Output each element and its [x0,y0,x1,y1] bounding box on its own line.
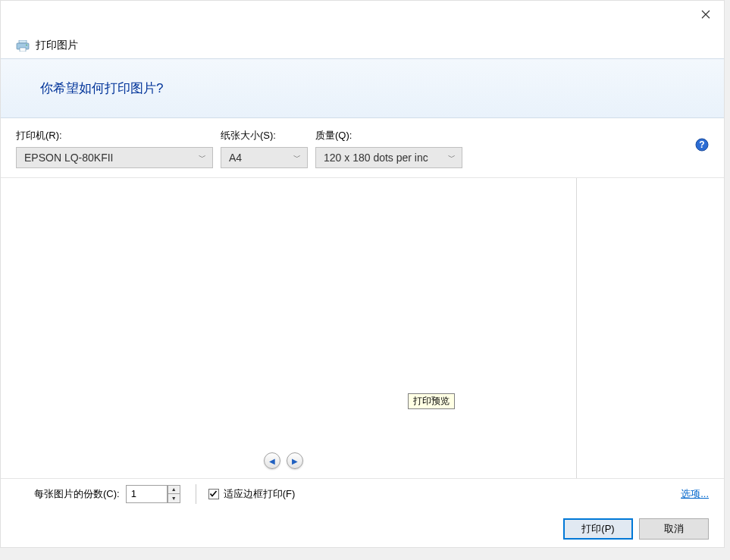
header-question: 你希望如何打印图片? [40,80,724,97]
preview-main: 打印预览 ◀ ▶ [1,178,576,478]
copies-input[interactable] [126,485,168,503]
next-button[interactable]: ▶ [287,452,303,469]
cancel-button[interactable]: 取消 [639,518,709,540]
triangle-right-icon: ▶ [292,457,298,465]
check-icon [209,490,218,498]
paper-size-value: A4 [229,152,242,164]
layout-sidebar [576,178,724,478]
header-band: 你希望如何打印图片? [1,58,724,118]
copies-decrement[interactable]: ▼ [168,493,180,503]
copies-row: 每张图片的份数(C): ▲ ▼ 适应边框打印(F) 选项... [1,478,724,508]
prev-button[interactable]: ◀ [264,452,280,469]
preview-tooltip: 打印预览 [408,393,455,409]
paper-size-select[interactable]: A4 ﹀ [221,147,308,168]
printer-value: EPSON LQ-80KFII [24,152,113,164]
close-button[interactable] [688,1,724,28]
print-options-row: 打印机(R): EPSON LQ-80KFII ﹀ 纸张大小(S): A4 ﹀ … [1,118,724,178]
triangle-left-icon: ◀ [269,457,275,465]
titlebar: 打印图片 [1,1,724,58]
options-link[interactable]: 选项... [681,487,709,501]
svg-text:?: ? [699,139,704,150]
paper-size-group: 纸张大小(S): A4 ﹀ [221,129,308,168]
copies-increment[interactable]: ▲ [168,485,180,494]
chevron-down-icon: ﹀ [199,152,206,163]
svg-rect-2 [20,48,26,52]
print-pictures-dialog: 打印图片 你希望如何打印图片? 打印机(R): EPSON LQ-80KFII … [0,0,725,548]
fit-frame-checkbox[interactable] [208,489,219,499]
svg-rect-0 [19,40,27,43]
chevron-down-icon: ﹀ [448,152,456,163]
fit-frame-group: 适应边框打印(F) [208,487,296,501]
help-icon[interactable]: ? [695,138,709,152]
divider [196,484,196,504]
window-title: 打印图片 [36,39,78,52]
dialog-footer: 打印(P) 取消 [1,508,724,549]
quality-select[interactable]: 120 x 180 dots per inc ﹀ [315,147,462,168]
printer-label: 打印机(R): [16,129,213,142]
close-icon [701,10,710,19]
copies-spinner: ▲ ▼ [126,485,180,503]
copies-label: 每张图片的份数(C): [34,487,120,501]
chevron-down-icon: ﹀ [293,152,301,163]
printer-icon [16,40,30,52]
preview-area: 打印预览 ◀ ▶ [1,178,724,478]
print-button[interactable]: 打印(P) [563,518,633,540]
fit-frame-label: 适应边框打印(F) [224,487,296,501]
printer-group: 打印机(R): EPSON LQ-80KFII ﹀ [16,129,213,168]
svg-point-3 [26,44,27,45]
quality-value: 120 x 180 dots per inc [324,152,428,164]
preview-nav: ◀ ▶ [264,452,303,469]
quality-label: 质量(Q): [315,129,462,142]
paper-size-label: 纸张大小(S): [221,129,308,142]
quality-group: 质量(Q): 120 x 180 dots per inc ﹀ [315,129,462,168]
printer-select[interactable]: EPSON LQ-80KFII ﹀ [16,147,213,168]
